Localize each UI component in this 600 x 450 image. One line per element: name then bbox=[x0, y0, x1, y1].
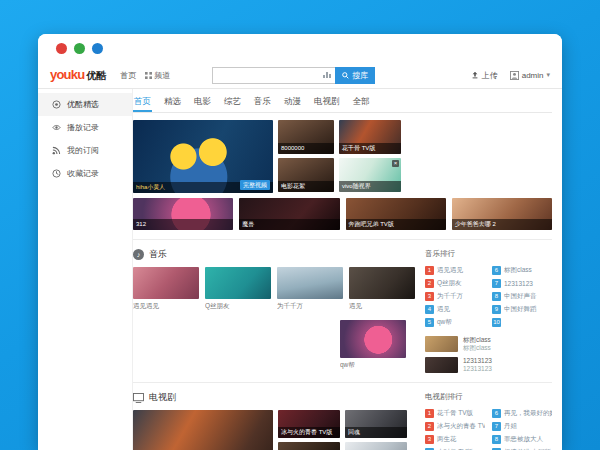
tv-card[interactable] bbox=[278, 442, 340, 450]
tv-card[interactable]: 回魂 bbox=[345, 410, 407, 438]
tv-hero-card[interactable] bbox=[133, 410, 273, 450]
ranking-row[interactable]: 3两生花 bbox=[425, 433, 485, 446]
music-feature-thumbnail[interactable] bbox=[340, 320, 406, 358]
rank-label: 遇见遇见 bbox=[437, 266, 463, 275]
tab-featured[interactable]: 精选 bbox=[163, 94, 182, 112]
music-section-header: ♪ 音乐 bbox=[133, 248, 415, 261]
ranking-row[interactable]: 10 bbox=[492, 316, 552, 329]
ranking-row[interactable]: 2冰与火的青春 TV版 bbox=[425, 420, 485, 433]
tv-card[interactable] bbox=[345, 442, 407, 450]
search-button[interactable]: 搜库 bbox=[335, 67, 375, 84]
video-caption: 奔跑吧兄弟 TV版 bbox=[346, 219, 446, 230]
trending-icon[interactable] bbox=[323, 72, 331, 78]
music-feature-row: qw帮 bbox=[133, 320, 415, 370]
rank-label: 丹姐 bbox=[504, 422, 517, 431]
music-note-icon: ♪ bbox=[133, 249, 144, 260]
youku-logo[interactable]: youku 优酷 bbox=[50, 67, 106, 83]
traffic-light-blue-icon[interactable] bbox=[92, 43, 103, 54]
category-tabs: 首页 精选 电影 综艺 音乐 动漫 电视剧 全部 bbox=[133, 89, 552, 113]
ranking-row[interactable]: 1遇见遇见 bbox=[425, 264, 485, 277]
video-card[interactable]: 电影花絮 bbox=[278, 158, 334, 192]
nav-channels-link[interactable]: 频道 bbox=[145, 70, 170, 81]
tab-variety[interactable]: 综艺 bbox=[223, 94, 242, 112]
ranking-row[interactable]: 3为千千万 bbox=[425, 290, 485, 303]
tab-movies[interactable]: 电影 bbox=[193, 94, 212, 112]
tv-ranking-list: 1花千骨 TV版 2冰与火的青春 TV版 3两生花 4小时代 TV版 5新时代之… bbox=[425, 407, 552, 450]
ranking-row[interactable]: 1花千骨 TV版 bbox=[425, 407, 485, 420]
ad-close-icon[interactable]: × bbox=[392, 160, 399, 167]
user-menu[interactable]: admin ▾ bbox=[510, 71, 550, 80]
mini-video-item[interactable]: 标图class 标图class bbox=[425, 336, 552, 352]
mini-thumbnail[interactable] bbox=[425, 336, 458, 352]
sidebar-item-history[interactable]: 播放记录 bbox=[38, 116, 132, 139]
ranking-row[interactable]: 5qw帮 bbox=[425, 316, 485, 329]
tab-tv[interactable]: 电视剧 bbox=[313, 94, 341, 112]
video-card[interactable]: 奔跑吧兄弟 TV版 bbox=[346, 198, 446, 230]
video-card[interactable]: 魔兽 bbox=[239, 198, 339, 230]
video-card[interactable]: 8000000 bbox=[278, 120, 334, 154]
ranking-row[interactable]: 9极速前进 中国版 第 bbox=[492, 446, 552, 450]
music-thumbnail[interactable] bbox=[277, 267, 343, 299]
ranking-row[interactable]: 2Q丝朋友 bbox=[425, 277, 485, 290]
music-card[interactable]: Q丝朋友 bbox=[205, 267, 271, 311]
video-caption: 花千骨 TV版 bbox=[339, 143, 401, 154]
video-card[interactable]: 少年爸爸去哪 2 bbox=[452, 198, 552, 230]
music-mini-list: 标图class 标图class 12313123 12313123 bbox=[425, 336, 552, 373]
music-thumbnail[interactable] bbox=[205, 267, 271, 299]
ranking-row[interactable]: 9中国好舞蹈 bbox=[492, 303, 552, 316]
video-card[interactable]: 花千骨 TV版 bbox=[339, 120, 401, 154]
sidebar-item-subscriptions[interactable]: 我的订阅 bbox=[38, 139, 132, 162]
mini-thumbnail[interactable] bbox=[425, 357, 458, 373]
sidebar-item-label: 我的订阅 bbox=[67, 145, 99, 156]
music-thumbnail[interactable] bbox=[133, 267, 199, 299]
sidebar-item-favorites[interactable]: 收藏记录 bbox=[38, 162, 132, 185]
ranking-row[interactable]: 4小时代 TV版 bbox=[425, 446, 485, 450]
music-ranking-title: 音乐排行 bbox=[425, 249, 552, 259]
music-thumbnail[interactable] bbox=[349, 267, 415, 299]
sidebar: 优酷精选 播放记录 我的订阅 收藏记录 bbox=[38, 89, 133, 450]
rank-badge: 6 bbox=[492, 266, 501, 275]
tab-music[interactable]: 音乐 bbox=[253, 94, 272, 112]
hero-video-card[interactable]: hiha小黄人 完整视频 bbox=[133, 120, 273, 193]
tv-card[interactable]: 冰与火的青春 TV版 bbox=[278, 410, 340, 438]
rank-badge: 3 bbox=[425, 435, 434, 444]
tab-home[interactable]: 首页 bbox=[133, 94, 152, 112]
ranking-row[interactable]: 712313123 bbox=[492, 277, 552, 290]
ad-card[interactable]: × vivo随视界 bbox=[339, 158, 401, 192]
music-card[interactable]: 遇见 bbox=[349, 267, 415, 311]
ranking-row[interactable]: 8中国好声音 bbox=[492, 290, 552, 303]
rank-badge: 8 bbox=[492, 292, 501, 301]
music-section-title: 音乐 bbox=[149, 248, 167, 261]
mini-video-item[interactable]: 12313123 12313123 bbox=[425, 357, 552, 373]
mini-title: 12313123 bbox=[463, 357, 492, 365]
traffic-light-green-icon[interactable] bbox=[74, 43, 85, 54]
rank-badge: 2 bbox=[425, 279, 434, 288]
search-input[interactable] bbox=[213, 69, 319, 81]
ranking-row[interactable]: 6再见，我最好的她 bbox=[492, 407, 552, 420]
grid-icon bbox=[145, 72, 152, 79]
rank-label: 冰与火的青春 TV版 bbox=[437, 422, 485, 431]
rank-badge: 1 bbox=[425, 409, 434, 418]
ranking-row[interactable]: 4遇见 bbox=[425, 303, 485, 316]
ranking-row[interactable]: 8罪恶被放大人 bbox=[492, 433, 552, 446]
nav-home-link[interactable]: 首页 bbox=[120, 70, 136, 81]
ranking-row[interactable]: 7丹姐 bbox=[492, 420, 552, 433]
video-caption: 少年爸爸去哪 2 bbox=[452, 219, 552, 230]
rank-label: 再见，我最好的她 bbox=[504, 409, 552, 418]
tab-anime[interactable]: 动漫 bbox=[283, 94, 302, 112]
music-card[interactable]: 遇见遇见 bbox=[133, 267, 199, 311]
music-ranking-panel: 音乐排行 1遇见遇见 2Q丝朋友 3为千千万 4遇见 5qw帮 6标图class… bbox=[425, 240, 552, 373]
video-card[interactable]: 312 bbox=[133, 198, 233, 230]
traffic-light-red-icon[interactable] bbox=[56, 43, 67, 54]
music-feature-card[interactable]: qw帮 bbox=[340, 320, 406, 370]
ranking-row[interactable]: 6标图class bbox=[492, 264, 552, 277]
music-card-row: 遇见遇见 Q丝朋友 为千千万 bbox=[133, 267, 415, 311]
music-caption: Q丝朋友 bbox=[205, 302, 271, 311]
music-card[interactable]: 为千千万 bbox=[277, 267, 343, 311]
sidebar-item-featured[interactable]: 优酷精选 bbox=[38, 93, 132, 116]
rank-label: 标图class bbox=[504, 266, 532, 275]
hero-badge: 完整视频 bbox=[240, 180, 270, 190]
tab-all[interactable]: 全部 bbox=[352, 94, 371, 112]
rank-badge: 3 bbox=[425, 292, 434, 301]
upload-button[interactable]: 上传 bbox=[471, 70, 498, 81]
